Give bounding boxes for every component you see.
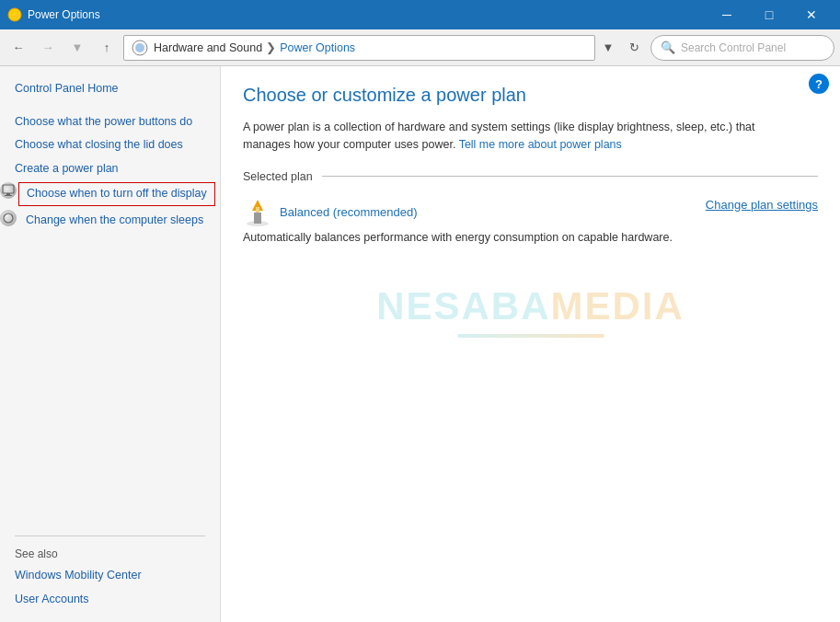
search-icon: 🔍: [661, 40, 675, 54]
address-field[interactable]: Hardware and Sound ❯ Power Options: [123, 35, 595, 61]
see-also-divider: [15, 536, 205, 536]
minimize-button[interactable]: ─: [706, 0, 748, 29]
sidebar: Control Panel Home Choose what the power…: [0, 66, 221, 622]
learn-more-link[interactable]: Tell me more about power plans: [459, 138, 622, 151]
window-title: Power Options: [28, 8, 706, 21]
svg-point-7: [4, 213, 13, 223]
address-dropdown-button[interactable]: ▼: [599, 35, 617, 61]
sidebar-icon-row-sleep: Change when the computer sleeps: [0, 208, 220, 234]
see-also-label: See also: [0, 540, 220, 564]
sidebar-item-home[interactable]: Control Panel Home: [0, 77, 220, 101]
watermark: NESABAMEDIA: [243, 284, 818, 338]
svg-rect-9: [254, 213, 261, 224]
up-button[interactable]: ↑: [94, 35, 120, 61]
address-bar: ← → ▼ ↑ Hardware and Sound ❯ Power Optio…: [0, 29, 840, 66]
sleep-icon: [0, 210, 17, 226]
app-icon: ⚡: [7, 7, 22, 22]
sidebar-item-closing-lid[interactable]: Choose what closing the lid does: [0, 133, 220, 157]
close-button[interactable]: ✕: [790, 0, 833, 29]
search-placeholder: Search Control Panel: [681, 41, 786, 54]
window-controls: ─ □ ✕: [706, 0, 833, 29]
sidebar-item-create-plan[interactable]: Create a power plan: [0, 157, 220, 181]
watermark-text: NESABAMEDIA: [243, 284, 818, 328]
sidebar-item-turn-off-display[interactable]: Choose when to turn off the display: [18, 182, 215, 206]
search-box[interactable]: 🔍 Search Control Panel: [650, 35, 834, 61]
change-plan-settings-link[interactable]: Change plan settings: [706, 198, 818, 212]
selected-plan-section: Selected plan Balanced (recommended): [243, 170, 818, 248]
watermark-part1: NESABA: [376, 284, 550, 328]
svg-point-3: [135, 43, 144, 52]
sidebar-item-user-accounts[interactable]: User Accounts: [0, 588, 220, 612]
plan-name: Balanced (recommended) Automatically bal…: [243, 198, 673, 244]
breadcrumb-separator: ❯: [266, 40, 276, 54]
back-button[interactable]: ←: [6, 35, 31, 61]
forward-button[interactable]: →: [35, 35, 61, 61]
sidebar-item-windows-mobility[interactable]: Windows Mobility Center: [0, 564, 220, 588]
plan-divider: [322, 176, 818, 177]
maximize-button[interactable]: □: [748, 0, 790, 29]
display-icon: [0, 182, 17, 199]
main-layout: Control Panel Home Choose what the power…: [0, 66, 840, 622]
breadcrumb-part2: Power Options: [280, 41, 355, 54]
plan-name-text: Balanced (recommended): [280, 205, 418, 219]
recent-locations-button[interactable]: ▼: [64, 35, 90, 61]
watermark-part2: MEDIA: [551, 284, 685, 328]
sidebar-item-power-buttons[interactable]: Choose what the power buttons do: [0, 110, 220, 134]
watermark-underline: [457, 334, 604, 338]
breadcrumb-part1: Hardware and Sound: [154, 41, 262, 54]
svg-rect-5: [6, 193, 10, 195]
page-description: A power plan is a collection of hardware…: [243, 119, 795, 154]
content-area: ? Choose or customize a power plan A pow…: [221, 66, 840, 622]
svg-rect-4: [3, 185, 14, 193]
svg-text:⚡: ⚡: [10, 10, 21, 21]
svg-rect-6: [5, 195, 12, 196]
title-bar: ⚡ Power Options ─ □ ✕: [0, 0, 840, 29]
sidebar-item-computer-sleeps[interactable]: Change when the computer sleeps: [18, 210, 211, 232]
svg-rect-11: [256, 207, 259, 213]
selected-plan-label: Selected plan: [243, 170, 313, 183]
balanced-plan-icon: [243, 198, 272, 227]
help-button[interactable]: ?: [809, 74, 829, 94]
page-title: Choose or customize a power plan: [243, 85, 818, 106]
plan-row: Balanced (recommended) Automatically bal…: [243, 194, 818, 248]
sidebar-icon-row-display: Choose when to turn off the display: [0, 180, 220, 208]
refresh-button[interactable]: ↻: [621, 35, 647, 61]
selected-plan-header: Selected plan: [243, 170, 818, 183]
plan-description: Automatically balances performance with …: [243, 231, 673, 244]
